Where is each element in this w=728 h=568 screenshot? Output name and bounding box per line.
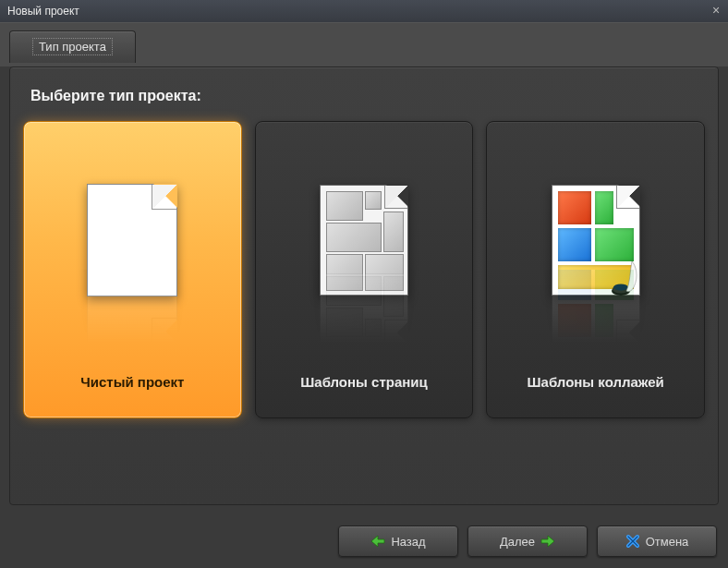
tab-project-type[interactable]: Тип проекта xyxy=(9,30,136,63)
card-collage-templates[interactable]: Шаблоны коллажей xyxy=(486,121,705,418)
next-label: Далее xyxy=(500,535,535,549)
cancel-x-icon xyxy=(625,534,640,549)
card-icon xyxy=(24,122,241,357)
blank-doc-icon xyxy=(87,184,177,296)
tabs-bar: Тип проекта xyxy=(0,22,728,66)
new-project-dialog: Новый проект × Тип проекта Выберите тип … xyxy=(0,0,728,568)
close-icon[interactable]: × xyxy=(710,4,722,17)
content-panel: Выберите тип проекта: Чисты xyxy=(9,66,719,505)
cancel-button[interactable]: Отмена xyxy=(597,526,717,557)
card-page-templates[interactable]: Шаблоны страниц xyxy=(255,121,474,418)
arrow-right-icon xyxy=(540,535,555,548)
footer-buttons: Назад Далее Отмена xyxy=(0,514,728,568)
card-icon xyxy=(487,122,704,357)
svg-point-2 xyxy=(613,284,628,290)
next-button[interactable]: Далее xyxy=(467,526,588,557)
card-icon xyxy=(256,122,473,357)
tab-label: Тип проекта xyxy=(32,38,113,55)
card-label: Шаблоны страниц xyxy=(297,357,431,417)
window-title: Новый проект xyxy=(7,5,79,18)
heading: Выберите тип проекта: xyxy=(10,67,718,121)
collage-doc-icon xyxy=(552,185,640,296)
card-label: Чистый проект xyxy=(77,357,188,417)
arrow-left-icon xyxy=(370,535,385,548)
layout-doc-icon xyxy=(320,185,408,296)
titlebar: Новый проект × xyxy=(0,0,728,22)
card-label: Шаблоны коллажей xyxy=(524,357,668,417)
card-blank-project[interactable]: Чистый проект xyxy=(23,121,242,418)
project-type-cards: Чистый проект xyxy=(10,121,718,418)
ink-pen-icon xyxy=(606,256,650,300)
back-label: Назад xyxy=(391,535,425,549)
cancel-label: Отмена xyxy=(646,535,689,549)
back-button[interactable]: Назад xyxy=(338,526,458,557)
